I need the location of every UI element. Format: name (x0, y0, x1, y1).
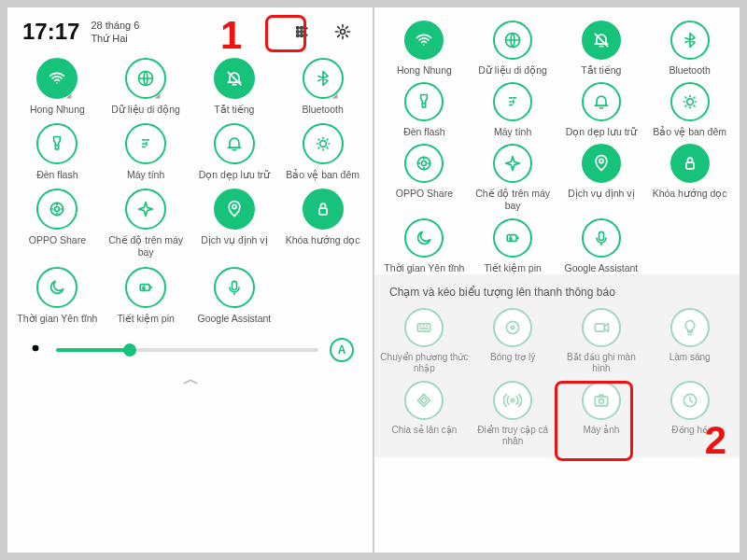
bell-icon[interactable] (582, 82, 621, 121)
keyboard-icon[interactable] (404, 308, 444, 347)
tile-label: Điểm truy cập cá nhân (469, 425, 557, 448)
qs-tile-location[interactable]: Dịch vụ định vị (190, 189, 279, 259)
qs-tile-record[interactable]: Bắt đầu ghi màn hình (557, 308, 646, 375)
qs-tile-nearby[interactable]: Chia sẻ lân cận (380, 381, 469, 448)
airplane-icon[interactable] (493, 144, 532, 183)
qs-tile-calculator[interactable]: Máy tính (469, 82, 557, 138)
mic-icon[interactable] (214, 267, 255, 308)
wifi-icon[interactable] (36, 58, 78, 99)
share-icon[interactable] (36, 189, 78, 230)
globe-icon[interactable] (125, 58, 166, 99)
rearrange-tiles-button[interactable] (287, 17, 317, 47)
qs-tile-bluetooth[interactable]: Bluetooth (645, 21, 734, 77)
qs-tile-mic[interactable]: Google Assistant (557, 218, 646, 274)
clock-icon[interactable] (670, 381, 710, 420)
brightness-slider[interactable] (56, 348, 318, 352)
tile-label: Khóa hướng dọc (286, 234, 360, 246)
qs-tile-moon[interactable]: Thời gian Yên tĩnh (13, 267, 102, 325)
nearby-icon[interactable] (404, 381, 444, 420)
qs-tile-calculator[interactable]: Máy tính (102, 123, 190, 181)
qs-tile-globe[interactable]: Dữ liệu di động (469, 21, 557, 77)
record-icon[interactable] (582, 308, 621, 347)
qs-tile-circle-dot[interactable]: Bóng trợ lý (469, 308, 557, 375)
tile-label: Chế độ trên máy bay (102, 234, 190, 259)
qs-tile-flashlight[interactable]: Đèn flash (13, 123, 102, 181)
qs-tile-lock[interactable]: Khóa hướng dọc (278, 189, 367, 259)
tile-label: Làm sáng (669, 352, 711, 364)
lock-icon[interactable] (670, 144, 710, 183)
qs-tile-moon[interactable]: Thời gian Yên tĩnh (380, 218, 469, 274)
sun-dim-icon[interactable] (670, 82, 710, 121)
location-icon[interactable] (582, 144, 621, 183)
bell-off-icon[interactable] (214, 58, 255, 99)
share-icon[interactable] (404, 144, 444, 183)
calculator-icon[interactable] (493, 82, 532, 121)
qs-tile-bluetooth[interactable]: Bluetooth (278, 58, 367, 116)
bluetooth-icon[interactable] (670, 21, 710, 60)
moon-icon[interactable] (36, 267, 78, 308)
bell-off-icon[interactable] (582, 21, 621, 60)
quick-settings-grid: Hong NhungDữ liệu di độngTắt tiếngBlueto… (7, 52, 373, 325)
auto-brightness-toggle[interactable]: A (330, 338, 354, 362)
location-icon[interactable] (214, 189, 255, 230)
qs-tile-camera[interactable]: Máy ảnh (557, 381, 646, 448)
qs-tile-airplane[interactable]: Chế độ trên máy bay (102, 189, 190, 259)
qs-tile-bell[interactable]: Dọn dẹp lưu trữ (557, 82, 646, 138)
qs-tile-share[interactable]: OPPO Share (13, 189, 102, 259)
sun-dim-icon[interactable] (303, 123, 344, 164)
qs-tile-battery[interactable]: Tiết kiệm pin (469, 218, 557, 274)
qs-tile-wifi[interactable]: Hong Nhung (13, 58, 102, 116)
tile-label: OPPO Share (29, 234, 86, 246)
inactive-tiles-grid: Chuyển phương thức nhậpBóng trợ lýBắt đầ… (374, 308, 740, 448)
tile-label: Dọn dẹp lưu trữ (199, 169, 270, 181)
bell-icon[interactable] (214, 123, 255, 164)
flashlight-icon[interactable] (404, 82, 444, 121)
lock-icon[interactable] (303, 189, 344, 230)
bluetooth-icon[interactable] (303, 58, 344, 99)
wifi-icon[interactable] (404, 21, 444, 60)
calculator-icon[interactable] (125, 123, 166, 164)
tile-label: Tiết kiệm pin (484, 262, 541, 274)
qs-tile-bell-off[interactable]: Tắt tiếng (557, 21, 646, 77)
qs-tile-hotspot[interactable]: Điểm truy cập cá nhân (469, 381, 557, 448)
qs-tile-battery[interactable]: Tiết kiệm pin (102, 267, 190, 325)
settings-button[interactable] (328, 17, 358, 47)
tile-label: Chia sẻ lân cận (391, 425, 457, 437)
brightness-icon (26, 339, 45, 361)
qs-tile-wifi[interactable]: Hong Nhung (380, 21, 469, 77)
qs-tile-keyboard[interactable]: Chuyển phương thức nhập (380, 308, 469, 375)
qs-tile-bell[interactable]: Dọn dẹp lưu trữ (190, 123, 279, 181)
qs-tile-bulb[interactable]: Làm sáng (645, 308, 734, 375)
moon-icon[interactable] (404, 218, 444, 258)
drag-handle[interactable] (177, 377, 204, 386)
bulb-icon[interactable] (670, 308, 710, 347)
qs-tile-airplane[interactable]: Chế độ trên máy bay (469, 144, 557, 212)
qs-tile-sun-dim[interactable]: Bảo vệ ban đêm (278, 123, 367, 181)
qs-tile-flashlight[interactable]: Đèn flash (380, 82, 469, 138)
tile-label: OPPO Share (396, 188, 453, 200)
battery-icon[interactable] (125, 267, 166, 308)
tile-label: Chế độ trên máy bay (469, 188, 557, 212)
step-1-number: 1 (220, 13, 242, 58)
globe-icon[interactable] (493, 21, 532, 60)
qs-tile-globe[interactable]: Dữ liệu di động (102, 58, 190, 116)
tile-label: Tắt tiếng (581, 64, 621, 77)
right-pane: Hong NhungDữ liệu di độngTắt tiếngBlueto… (374, 7, 740, 553)
flashlight-icon[interactable] (36, 123, 78, 164)
hotspot-icon[interactable] (493, 381, 532, 420)
battery-icon[interactable] (493, 218, 532, 258)
qs-tile-mic[interactable]: Google Assistant (190, 267, 279, 325)
airplane-icon[interactable] (125, 189, 166, 230)
tile-label: Chuyển phương thức nhập (380, 352, 469, 375)
circle-dot-icon[interactable] (493, 308, 532, 347)
status-bar: 17:17 28 tháng 6 Thứ Hai (7, 7, 373, 52)
inactive-tray: Chạm và kéo biểu tượng lên thanh thông b… (374, 274, 740, 457)
mic-icon[interactable] (582, 218, 621, 258)
qs-tile-share[interactable]: OPPO Share (380, 144, 469, 212)
qs-tile-sun-dim[interactable]: Bảo vệ ban đêm (645, 82, 734, 138)
qs-tile-location[interactable]: Dịch vụ định vị (557, 144, 646, 212)
clock: 17:17 (22, 19, 79, 45)
qs-tile-lock[interactable]: Khóa hướng dọc (645, 144, 734, 212)
camera-icon[interactable] (582, 381, 621, 420)
qs-tile-bell-off[interactable]: Tắt tiếng (190, 58, 279, 116)
